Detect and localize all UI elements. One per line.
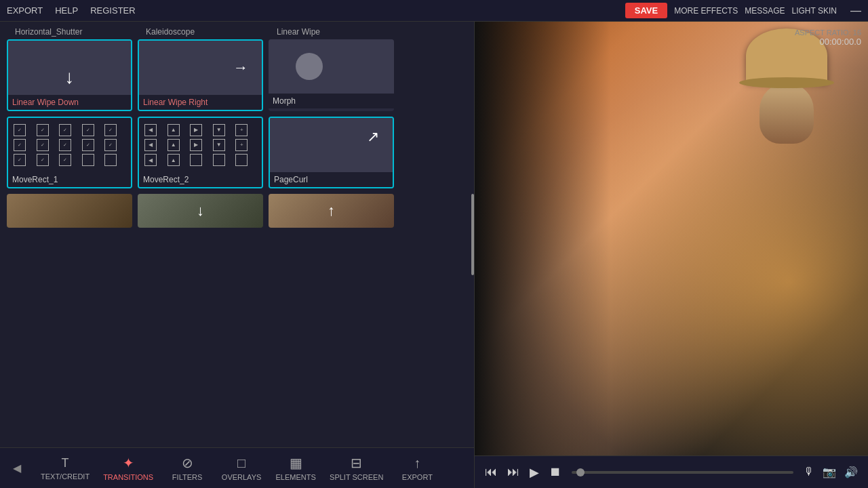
effect-label-moverect1: MoveRect_1 — [8, 172, 131, 187]
effects-row-2: ✓ ✓ ✓ ✓ ✓ ✓ ✓ ✓ ✓ ✓ ✓ ✓ ✓ — [7, 117, 467, 188]
menu-register[interactable]: REGISTER — [90, 5, 135, 16]
menu-bar-right: SAVE MORE EFFECTS MESSAGE LIGHT SKIN — — [625, 3, 861, 18]
left-panel: Horizontal_Shutter Kaleidoscope Linear W… — [0, 22, 475, 488]
effect-img-moverect1: ✓ ✓ ✓ ✓ ✓ ✓ ✓ ✓ ✓ ✓ ✓ ✓ ✓ — [8, 118, 131, 172]
toolbar-text[interactable]: T TEXT/CREDIT — [41, 456, 90, 481]
effect-morph[interactable]: Morph — [269, 39, 394, 111]
menu-bar: EXPORT HELP REGISTER SAVE MORE EFFECTS M… — [0, 0, 868, 22]
toolbar-elements[interactable]: ▦ ELEMENTS — [275, 455, 316, 481]
ctrl-icons: 🎙 📷 🔊 — [804, 466, 858, 479]
effect-img-pagecurl — [270, 118, 393, 172]
effects-row-partial: ↓ ↑ — [7, 194, 467, 228]
skip-to-start-button[interactable]: ⏮ — [485, 465, 497, 479]
mic-icon[interactable]: 🎙 — [804, 466, 814, 479]
effect-img-linear-wipe-down — [8, 41, 131, 95]
progress-indicator — [576, 468, 585, 476]
effect-linear-wipe-right[interactable]: Linear Wipe Right — [138, 39, 263, 111]
effect-partial-2[interactable]: ↓ — [138, 194, 263, 228]
effect-pagecurl[interactable]: PageCurl — [269, 117, 394, 188]
minimize-button[interactable]: — — [850, 5, 861, 17]
toolbar-transitions[interactable]: ✦ TRANSITIONS — [103, 455, 153, 481]
effect-partial-3[interactable]: ↑ — [269, 194, 394, 228]
right-panel: ASPECT RATIO: 16 00:00:00.0 ⏮ ⏭ ▶ ⏹ 🎙 📷 … — [475, 22, 868, 488]
aspect-ratio-label: ASPECT RATIO: 16 — [795, 28, 861, 37]
skip-back-button[interactable]: ⏭ — [507, 465, 519, 479]
preview-controls: ⏮ ⏭ ▶ ⏹ 🎙 📷 🔊 — [475, 455, 868, 488]
camera-icon[interactable]: 📷 — [823, 466, 836, 479]
effect-img-partial2: ↓ — [138, 194, 263, 228]
toolbar-text-label: TEXT/CREDIT — [41, 472, 90, 481]
menu-message[interactable]: MESSAGE — [745, 6, 785, 16]
effect-label-linear-wipe-right: Linear Wipe Right — [139, 95, 262, 110]
effect-label-linear-wipe-down: Linear Wipe Down — [8, 95, 131, 110]
effect-label-morph: Morph — [269, 94, 394, 108]
label-kaleidoscope: Kaleidoscope — [144, 27, 270, 37]
toolbar-filters[interactable]: ⊘ FILTERS — [167, 455, 208, 481]
effect-img-morph — [269, 39, 394, 94]
main-area: Horizontal_Shutter Kaleidoscope Linear W… — [0, 22, 868, 488]
toolbar-back[interactable]: ◀ — [7, 462, 27, 474]
menu-help[interactable]: HELP — [55, 5, 78, 16]
effect-img-partial3: ↑ — [269, 194, 394, 228]
progress-bar[interactable] — [572, 471, 793, 474]
label-linear-wipe: Linear Wipe — [275, 27, 401, 37]
preview-image — [475, 22, 868, 455]
toolbar: ◀ T TEXT/CREDIT ✦ TRANSITIONS ⊘ FILTERS … — [0, 447, 474, 488]
menu-export[interactable]: EXPORT — [7, 5, 43, 16]
preview-area: ASPECT RATIO: 16 00:00:00.0 — [475, 22, 868, 455]
toolbar-export[interactable]: ↑ EXPORT — [397, 455, 437, 481]
face — [760, 83, 814, 144]
effect-moverect1[interactable]: ✓ ✓ ✓ ✓ ✓ ✓ ✓ ✓ ✓ ✓ ✓ ✓ ✓ — [7, 117, 132, 188]
toolbar-elements-label: ELEMENTS — [275, 473, 315, 481]
play-button[interactable]: ▶ — [530, 465, 539, 480]
toolbar-overlays[interactable]: □ OVERLAYS — [221, 455, 262, 481]
effect-linear-wipe-down[interactable]: Linear Wipe Down — [7, 39, 132, 111]
stop-button[interactable]: ⏹ — [549, 465, 561, 479]
toolbar-overlays-label: OVERLAYS — [222, 473, 262, 481]
label-horizontal-shutter: Horizontal_Shutter — [14, 27, 139, 37]
toolbar-transitions-label: TRANSITIONS — [103, 473, 153, 481]
menu-bar-left: EXPORT HELP REGISTER — [7, 5, 136, 16]
effect-img-moverect2: ◀ ▲ ▶ ▼ + ◀ ▲ ▶ ▼ + ◀ ▲ — [139, 118, 262, 172]
toolbar-splitscreen-label: SPLIT SCREEN — [330, 473, 383, 481]
overlay-info: ASPECT RATIO: 16 00:00:00.0 — [795, 28, 861, 47]
effect-img-linear-wipe-right — [139, 41, 262, 95]
effects-row-1: Linear Wipe Down Linear Wipe Right Morph — [7, 39, 467, 111]
effect-label-moverect2: MoveRect_2 — [139, 172, 262, 187]
menu-more-effects[interactable]: MORE EFFECTS — [674, 6, 738, 16]
effects-scrollbar[interactable] — [471, 194, 474, 275]
effects-grid: Horizontal_Shutter Kaleidoscope Linear W… — [0, 22, 474, 447]
effect-img-partial1 — [7, 194, 132, 228]
save-button[interactable]: SAVE — [625, 3, 667, 18]
toolbar-splitscreen[interactable]: ⊟ SPLIT SCREEN — [330, 455, 383, 481]
effect-moverect2[interactable]: ◀ ▲ ▶ ▼ + ◀ ▲ ▶ ▼ + ◀ ▲ — [138, 117, 263, 188]
effect-partial-1[interactable] — [7, 194, 132, 228]
top-labels-row: Horizontal_Shutter Kaleidoscope Linear W… — [7, 27, 467, 39]
toolbar-filters-label: FILTERS — [172, 473, 202, 481]
volume-icon[interactable]: 🔊 — [844, 466, 858, 479]
menu-light-skin[interactable]: LIGHT SKIN — [792, 6, 837, 16]
toolbar-export-label: EXPORT — [402, 473, 433, 481]
timecode-display: 00:00:00.0 — [795, 37, 861, 47]
effect-label-pagecurl: PageCurl — [270, 172, 393, 187]
